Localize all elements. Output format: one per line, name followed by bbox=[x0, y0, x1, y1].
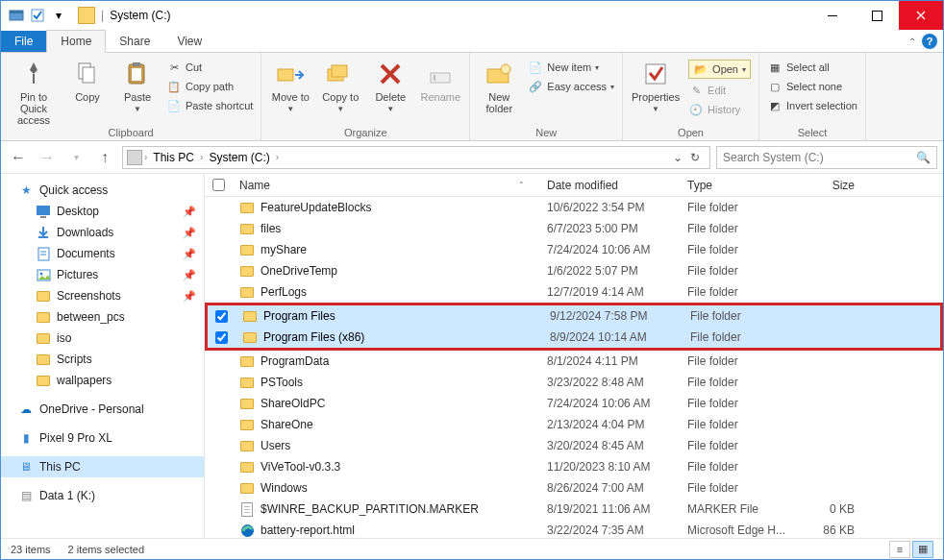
delete-button[interactable]: Delete▼ bbox=[367, 57, 413, 113]
easy-access-button[interactable]: 🔗Easy access ▾ bbox=[526, 78, 616, 95]
address-bar[interactable]: › This PC › System (C:) › ⌄ ↻ bbox=[122, 146, 710, 169]
sort-indicator-icon: ˄ bbox=[519, 181, 524, 190]
table-row[interactable]: FeatureUpdateBlocks10/6/2022 3:54 PMFile… bbox=[205, 197, 943, 218]
drive-icon bbox=[127, 150, 142, 165]
paste-button[interactable]: Paste ▼ bbox=[114, 57, 161, 113]
nav-item[interactable]: between_pcs bbox=[1, 306, 204, 328]
new-folder-button[interactable]: New folder bbox=[476, 57, 522, 114]
nav-pixel[interactable]: ▮Pixel 9 Pro XL bbox=[1, 427, 204, 449]
table-row[interactable]: ShareOne2/13/2024 4:04 PMFile folder bbox=[205, 414, 943, 435]
view-details-button[interactable]: ≡ bbox=[889, 541, 910, 558]
table-row[interactable]: ProgramData8/1/2024 4:11 PMFile folder bbox=[205, 351, 943, 372]
minimize-button[interactable] bbox=[810, 1, 855, 30]
table-row[interactable]: PerfLogs12/7/2019 4:14 AMFile folder bbox=[205, 281, 943, 303]
search-input[interactable]: Search System (C:) 🔍 bbox=[716, 146, 937, 169]
nav-item[interactable]: Pictures📌 bbox=[1, 264, 204, 285]
table-row[interactable]: OneDriveTemp1/6/2022 5:07 PMFile folder bbox=[205, 260, 943, 281]
tab-share[interactable]: Share bbox=[106, 31, 163, 52]
tab-view[interactable]: View bbox=[163, 31, 215, 52]
forward-button[interactable]: → bbox=[36, 146, 59, 169]
nav-data1[interactable]: ▤Data 1 (K:) bbox=[1, 485, 204, 506]
table-row[interactable]: ShareOldPC7/24/2024 10:06 AMFile folder bbox=[205, 393, 943, 414]
edit-button[interactable]: ✎Edit bbox=[686, 82, 753, 99]
nav-item[interactable]: Desktop📌 bbox=[1, 201, 204, 222]
select-all-button[interactable]: ▦Select all bbox=[765, 59, 859, 76]
recent-locations-button[interactable]: ▾ bbox=[64, 146, 87, 169]
table-row[interactable]: PSTools3/23/2022 8:48 AMFile folder bbox=[205, 372, 943, 393]
search-icon: 🔍 bbox=[916, 151, 931, 164]
row-checkbox[interactable] bbox=[215, 310, 228, 323]
nav-this-pc[interactable]: 🖥This PC bbox=[1, 456, 204, 477]
qat-dropdown-icon[interactable]: ▾ bbox=[49, 6, 68, 25]
cloud-icon: ☁ bbox=[18, 402, 34, 417]
navigation-pane: ★Quick access Desktop📌Downloads📌Document… bbox=[1, 174, 205, 538]
nav-item[interactable]: wallpapers bbox=[1, 370, 204, 391]
history-button[interactable]: 🕘History bbox=[686, 101, 753, 118]
pin-icon: 📌 bbox=[183, 206, 196, 218]
copy-button[interactable]: Copy bbox=[64, 57, 111, 103]
table-row[interactable]: battery-report.html3/22/2024 7:35 AMMicr… bbox=[205, 520, 943, 538]
new-item-icon: 📄 bbox=[528, 60, 543, 75]
nav-quick-access[interactable]: ★Quick access bbox=[1, 180, 204, 201]
table-row[interactable]: Program Files (x86)8/9/2024 10:14 AMFile… bbox=[208, 327, 940, 348]
svg-rect-13 bbox=[434, 75, 435, 81]
column-type[interactable]: Type bbox=[687, 179, 803, 192]
column-date[interactable]: Date modified bbox=[547, 179, 687, 192]
folder-icon bbox=[36, 330, 51, 346]
pictures-icon bbox=[36, 267, 51, 282]
tab-file[interactable]: File bbox=[1, 31, 46, 52]
table-row[interactable]: Program Files9/12/2024 7:58 PMFile folde… bbox=[208, 305, 940, 327]
new-item-button[interactable]: 📄New item ▾ bbox=[526, 59, 616, 76]
select-none-button[interactable]: ▢Select none bbox=[765, 78, 859, 95]
nav-item[interactable]: Screenshots📌 bbox=[1, 285, 204, 306]
help-icon[interactable]: ? bbox=[922, 34, 937, 49]
move-to-button[interactable]: Move to▼ bbox=[267, 57, 313, 113]
breadcrumb[interactable]: This PC bbox=[149, 151, 198, 164]
table-row[interactable]: files6/7/2023 5:00 PMFile folder bbox=[205, 218, 943, 239]
nav-onedrive[interactable]: ☁OneDrive - Personal bbox=[1, 399, 204, 420]
nav-item[interactable]: Scripts bbox=[1, 349, 204, 370]
close-button[interactable] bbox=[899, 1, 943, 30]
rename-button[interactable]: Rename bbox=[417, 57, 463, 103]
select-all-checkbox[interactable] bbox=[212, 179, 225, 191]
open-button[interactable]: 📂Open▾ bbox=[686, 59, 753, 80]
phone-icon: ▮ bbox=[18, 430, 34, 446]
row-checkbox[interactable] bbox=[215, 331, 228, 344]
folder-icon bbox=[242, 308, 258, 324]
column-size[interactable]: Size bbox=[803, 179, 870, 192]
up-button[interactable]: ↑ bbox=[93, 146, 116, 169]
refresh-icon[interactable]: ↻ bbox=[690, 151, 700, 164]
cut-button[interactable]: ✂Cut bbox=[164, 59, 255, 76]
copy-to-button[interactable]: Copy to▼ bbox=[317, 57, 363, 113]
history-dropdown-icon[interactable]: ⌄ bbox=[673, 151, 683, 164]
nav-item[interactable]: Downloads📌 bbox=[1, 222, 204, 243]
table-row[interactable]: ViVeTool-v0.3.311/20/2023 8:10 AMFile fo… bbox=[205, 456, 943, 477]
table-row[interactable]: Windows8/26/2024 7:00 AMFile folder bbox=[205, 477, 943, 499]
back-button[interactable]: ← bbox=[7, 146, 30, 169]
qat-explorer-icon[interactable] bbox=[7, 6, 26, 25]
properties-button[interactable]: Properties▼ bbox=[629, 57, 683, 113]
group-label-organize: Organize bbox=[267, 126, 463, 139]
copy-path-button[interactable]: 📋Copy path bbox=[164, 78, 255, 95]
maximize-button[interactable] bbox=[855, 1, 899, 30]
view-icons-button[interactable]: ▦ bbox=[912, 541, 933, 558]
pin-icon: 📌 bbox=[183, 290, 196, 303]
select-none-icon: ▢ bbox=[767, 79, 783, 94]
svg-rect-7 bbox=[133, 62, 140, 66]
table-row[interactable]: $WINRE_BACKUP_PARTITION.MARKER8/19/2021 … bbox=[205, 499, 943, 520]
copy-path-icon: 📋 bbox=[166, 79, 182, 94]
column-name[interactable]: Name˄ bbox=[239, 179, 547, 192]
svg-rect-18 bbox=[40, 216, 46, 218]
nav-item[interactable]: iso bbox=[1, 328, 204, 349]
breadcrumb[interactable]: System (C:) bbox=[205, 151, 273, 164]
folder-icon bbox=[239, 438, 255, 453]
qat-checkbox-icon[interactable] bbox=[28, 6, 47, 25]
collapse-ribbon-icon[interactable]: ⌃ bbox=[908, 37, 916, 47]
paste-shortcut-button[interactable]: 📄Paste shortcut bbox=[164, 97, 255, 114]
pin-to-quick-access-button[interactable]: Pin to Quick access bbox=[7, 57, 61, 126]
table-row[interactable]: myShare7/24/2024 10:06 AMFile folder bbox=[205, 239, 943, 260]
tab-home[interactable]: Home bbox=[46, 30, 106, 53]
invert-selection-button[interactable]: ◩Invert selection bbox=[765, 97, 859, 114]
nav-item[interactable]: Documents📌 bbox=[1, 243, 204, 264]
table-row[interactable]: Users3/20/2024 8:45 AMFile folder bbox=[205, 435, 943, 456]
